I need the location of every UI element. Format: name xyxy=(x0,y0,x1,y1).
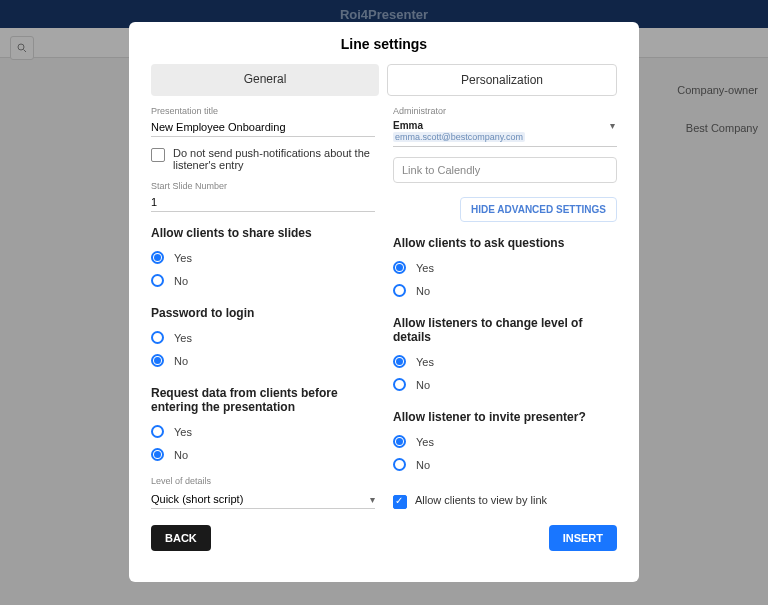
lod-select[interactable]: Quick (short script) ▾ xyxy=(151,490,375,509)
line-settings-modal: Line settings General Personalization Pr… xyxy=(129,22,639,582)
admin-select[interactable]: Emma emma.scott@bestcompany.com ▾ xyxy=(393,118,617,147)
radio-icon xyxy=(393,435,406,448)
radio-icon xyxy=(151,354,164,367)
level-yes[interactable]: Yes xyxy=(393,355,617,368)
admin-label: Administrator xyxy=(393,106,617,116)
share-title: Allow clients to share slides xyxy=(151,226,375,240)
radio-icon xyxy=(151,251,164,264)
insert-button[interactable]: INSERT xyxy=(549,525,617,551)
radio-icon xyxy=(151,425,164,438)
modal-footer: BACK INSERT xyxy=(151,525,617,551)
modal-title: Line settings xyxy=(151,36,617,52)
chevron-down-icon: ▾ xyxy=(610,120,615,131)
radio-icon xyxy=(393,378,406,391)
lod-label: Level of details xyxy=(151,476,375,486)
no-push-checkbox[interactable] xyxy=(151,148,165,162)
start-slide-label: Start Slide Number xyxy=(151,181,375,191)
admin-name: Emma xyxy=(393,120,617,131)
radio-icon xyxy=(393,355,406,368)
radio-icon xyxy=(151,448,164,461)
pwd-yes[interactable]: Yes xyxy=(151,331,375,344)
pwd-no[interactable]: No xyxy=(151,354,375,367)
req-no[interactable]: No xyxy=(151,448,375,461)
radio-icon xyxy=(151,331,164,344)
share-yes[interactable]: Yes xyxy=(151,251,375,264)
view-link-label: Allow clients to view by link xyxy=(415,494,547,506)
invite-title: Allow listener to invite presenter? xyxy=(393,410,617,424)
modal-overlay: Line settings General Personalization Pr… xyxy=(0,0,768,605)
ask-title: Allow clients to ask questions xyxy=(393,236,617,250)
back-button[interactable]: BACK xyxy=(151,525,211,551)
pwd-title: Password to login xyxy=(151,306,375,320)
lod-value: Quick (short script) xyxy=(151,493,243,505)
start-slide-input[interactable] xyxy=(151,193,375,212)
right-column: Administrator Emma emma.scott@bestcompan… xyxy=(393,106,617,509)
left-column: Presentation title Do not send push-noti… xyxy=(151,106,375,509)
share-no[interactable]: No xyxy=(151,274,375,287)
view-link-row[interactable]: Allow clients to view by link xyxy=(393,494,617,509)
radio-icon xyxy=(393,458,406,471)
tab-general[interactable]: General xyxy=(151,64,379,96)
view-link-checkbox[interactable] xyxy=(393,495,407,509)
no-push-label: Do not send push-notifications about the… xyxy=(173,147,375,171)
req-yes[interactable]: Yes xyxy=(151,425,375,438)
req-title: Request data from clients before enterin… xyxy=(151,386,375,414)
hide-advanced-button[interactable]: HIDE ADVANCED SETTINGS xyxy=(460,197,617,222)
no-push-row[interactable]: Do not send push-notifications about the… xyxy=(151,147,375,171)
presentation-title-input[interactable] xyxy=(151,118,375,137)
invite-yes[interactable]: Yes xyxy=(393,435,617,448)
radio-icon xyxy=(393,261,406,274)
level-no[interactable]: No xyxy=(393,378,617,391)
level-title: Allow listeners to change level of detai… xyxy=(393,316,617,344)
radio-icon xyxy=(151,274,164,287)
ask-no[interactable]: No xyxy=(393,284,617,297)
tab-personalization[interactable]: Personalization xyxy=(387,64,617,96)
tabs: General Personalization xyxy=(151,64,617,96)
radio-icon xyxy=(393,284,406,297)
ask-yes[interactable]: Yes xyxy=(393,261,617,274)
chevron-down-icon: ▾ xyxy=(370,494,375,505)
presentation-title-label: Presentation title xyxy=(151,106,375,116)
invite-no[interactable]: No xyxy=(393,458,617,471)
calendly-input[interactable]: Link to Calendly xyxy=(393,157,617,183)
admin-email: emma.scott@bestcompany.com xyxy=(393,132,525,142)
